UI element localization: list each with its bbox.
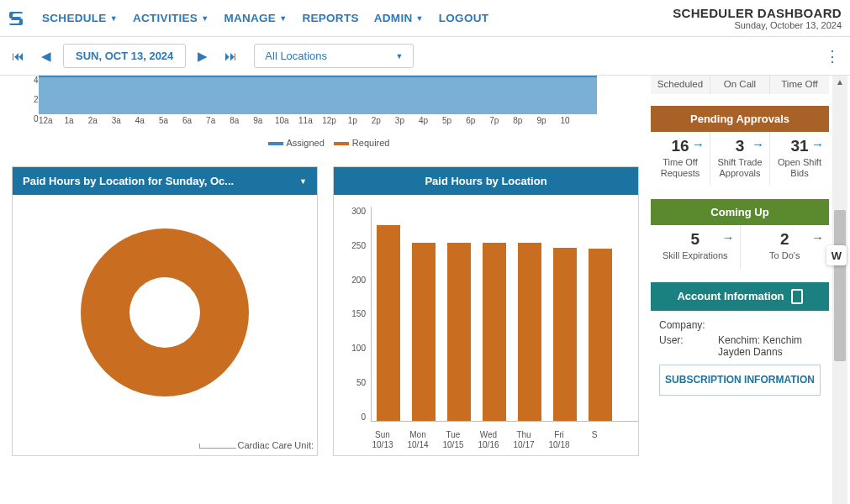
donut-legend: Cardiac Care Unit: — [199, 440, 314, 450]
bar-x-label: S — [583, 430, 606, 450]
first-page-icon[interactable]: ⏮ — [7, 45, 29, 66]
bar-x-label: Tue10/15 — [441, 430, 465, 450]
hourly-x-axis: 12a1a2a3a4a5a6a7a8a9a10a11a12p1p2p3p4p5p… — [39, 116, 631, 125]
account-company-key: Company: — [659, 319, 718, 331]
summary-tabs: Scheduled On Call Time Off — [651, 76, 829, 94]
caret-down-icon: ▼ — [299, 177, 307, 186]
bar-x-label: Thu10/17 — [512, 430, 536, 450]
card-title: Coming Up — [651, 199, 829, 225]
date-picker[interactable]: SUN, OCT 13, 2024 — [63, 44, 186, 68]
bar-x-axis: Sun10/13Mon10/14Tue10/15Wed10/16Thu10/17… — [371, 430, 638, 450]
bar-plot-area — [371, 207, 638, 422]
caret-down-icon: ▼ — [110, 14, 118, 23]
main-content: 4 2 0 12a1a2a3a4a5a6a7a8a9a10a11a12p1p2p… — [0, 76, 647, 504]
y-tick: 0 — [34, 114, 39, 134]
tab-time-off[interactable]: Time Off — [770, 76, 829, 94]
hourly-legend: Assigned Required — [12, 138, 639, 148]
pending-shift-trade[interactable]: 3 → Shift Trade Approvals — [710, 132, 770, 186]
nav-schedule[interactable]: SCHEDULE▼ — [42, 12, 118, 24]
arrow-right-icon[interactable]: → — [811, 137, 824, 151]
bar-x-label: Wed10/16 — [477, 430, 500, 450]
app-logo-icon — [5, 8, 27, 29]
panel-title: Paid Hours by Location for Sunday, Oc... — [23, 175, 234, 187]
caret-down-icon: ▼ — [201, 14, 209, 23]
bar — [518, 243, 541, 421]
arrow-right-icon[interactable]: → — [811, 230, 824, 244]
legend-swatch-assigned — [268, 142, 283, 145]
panel-header[interactable]: Paid Hours by Location for Sunday, Oc...… — [13, 167, 317, 195]
nav-reports[interactable]: REPORTS — [302, 12, 358, 24]
panel-header[interactable]: Paid Hours by Location ▼ — [334, 167, 638, 195]
vertical-scrollbar[interactable]: ▲ — [832, 76, 847, 504]
account-user-val: Kenchim: Kenchim Jayden Danns — [718, 334, 821, 358]
y-tick: 4 — [34, 76, 39, 95]
scroll-up-icon[interactable]: ▲ — [836, 77, 844, 87]
bar — [377, 225, 400, 421]
bar — [589, 249, 612, 421]
nav-admin[interactable]: ADMIN▼ — [374, 12, 424, 24]
bar — [553, 248, 577, 422]
prev-icon[interactable]: ◀ — [36, 45, 56, 67]
paid-hours-bar-panel: Paid Hours by Location ▼ 300250200150100… — [333, 166, 639, 456]
pending-open-shift-bids[interactable]: 31 → Open Shift Bids — [770, 132, 829, 186]
coming-skill-expirations[interactable]: 5 → Skill Expirations — [651, 225, 741, 268]
date-toolbar: ⏮ ◀ SUN, OCT 13, 2024 ▶ ⏭ All Locations … — [0, 37, 850, 76]
scroll-thumb[interactable] — [834, 210, 846, 361]
nav-activities[interactable]: ACTIVITIES▼ — [133, 12, 209, 24]
coming-up-card: Coming Up 5 → Skill Expirations 2 → To D… — [651, 199, 829, 268]
bar-x-label: Mon10/14 — [406, 430, 430, 450]
account-info-card: Account Information Company: User:Kenchi… — [651, 282, 829, 396]
last-page-icon[interactable]: ⏭ — [219, 45, 242, 66]
arrow-right-icon[interactable]: → — [692, 137, 705, 151]
y-tick: 2 — [34, 95, 39, 114]
bar-x-label: Fri10/18 — [547, 430, 571, 450]
location-label: All Locations — [265, 50, 327, 62]
bar — [412, 243, 436, 421]
widget-badge-icon[interactable]: W — [826, 245, 847, 265]
next-icon[interactable]: ▶ — [193, 45, 213, 67]
hourly-chart-area — [39, 76, 597, 114]
caret-down-icon: ▼ — [395, 52, 403, 60]
top-navbar: SCHEDULE▼ ACTIVITIES▼ MANAGE▼ REPORTS AD… — [0, 0, 850, 37]
account-company-val — [718, 319, 821, 331]
panel-title: Paid Hours by Location — [425, 175, 546, 187]
phone-icon — [791, 289, 803, 304]
tab-scheduled[interactable]: Scheduled — [651, 76, 710, 94]
card-title: Pending Approvals — [651, 106, 829, 132]
page-title: SCHEDULER DASHBOARD — [673, 6, 842, 20]
hourly-chart: 4 2 0 12a1a2a3a4a5a6a7a8a9a10a11a12p1p2p… — [12, 76, 639, 151]
pending-time-off[interactable]: 16 → Time Off Requests — [651, 132, 710, 186]
card-title: Account Information — [651, 282, 829, 311]
bar — [447, 243, 471, 421]
subscription-info-button[interactable]: SUBSCRIPTION INFORMATION — [659, 365, 821, 396]
nav-logout[interactable]: LOGOUT — [439, 12, 489, 24]
sidebar: Scheduled On Call Time Off Pending Appro… — [647, 76, 832, 504]
caret-down-icon: ▼ — [279, 14, 287, 23]
pending-approvals-card: Pending Approvals 16 → Time Off Requests… — [651, 106, 829, 186]
location-dropdown[interactable]: All Locations ▼ — [254, 44, 414, 68]
coming-todos[interactable]: 2 → To Do's — [741, 225, 830, 268]
tab-on-call[interactable]: On Call — [710, 76, 770, 94]
bar-x-label: Sun10/13 — [371, 430, 394, 450]
paid-hours-donut-panel: Paid Hours by Location for Sunday, Oc...… — [12, 166, 318, 456]
nav-manage[interactable]: MANAGE▼ — [224, 12, 287, 24]
donut-chart — [81, 228, 249, 396]
legend-swatch-required — [334, 142, 349, 145]
page-date: Sunday, October 13, 2024 — [673, 20, 842, 30]
more-options-icon[interactable]: ⋮ — [825, 47, 840, 66]
bar — [483, 243, 506, 421]
arrow-right-icon[interactable]: → — [722, 230, 735, 244]
bar-y-axis: 300250200150100500 — [341, 207, 366, 422]
caret-down-icon: ▼ — [416, 14, 424, 23]
arrow-right-icon[interactable]: → — [752, 137, 764, 151]
account-user-key: User: — [659, 334, 718, 358]
